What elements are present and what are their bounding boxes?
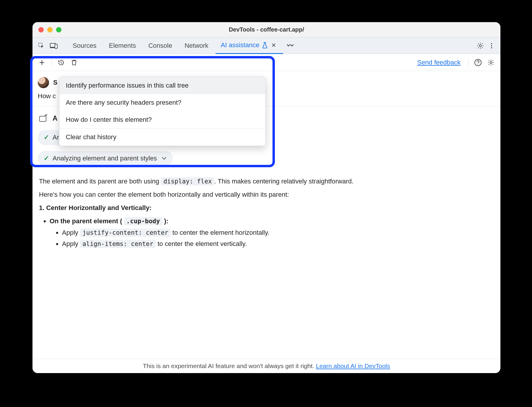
more-tabs-icon[interactable] bbox=[285, 40, 296, 51]
tab-network[interactable]: Network bbox=[179, 37, 214, 54]
settings-gear-icon[interactable] bbox=[475, 40, 486, 51]
list-item: Apply justify-content: center to center … bbox=[62, 228, 494, 237]
svg-rect-10 bbox=[40, 116, 46, 122]
text: to center the element horizontally. bbox=[171, 229, 270, 236]
answer-paragraph: Here's how you can center the element bo… bbox=[39, 190, 494, 199]
svg-point-9 bbox=[490, 61, 492, 63]
answer-label: A bbox=[53, 114, 58, 123]
devtools-window: DevTools - coffee-cart.app/ Sources Elem… bbox=[32, 22, 500, 373]
help-icon[interactable] bbox=[473, 57, 483, 68]
close-window-button[interactable] bbox=[38, 27, 44, 32]
svg-point-3 bbox=[479, 45, 482, 47]
check-icon: ✓ bbox=[44, 133, 49, 142]
flask-icon bbox=[262, 42, 268, 48]
list-item: On the parent element ( .cup-body ): App… bbox=[50, 217, 494, 249]
delete-icon[interactable] bbox=[69, 57, 79, 68]
traffic-lights bbox=[38, 27, 61, 32]
code-inline: .cup-body bbox=[124, 217, 162, 225]
window-title: DevTools - coffee-cart.app/ bbox=[32, 26, 500, 33]
text: On the parent element ( bbox=[50, 217, 124, 225]
titlebar: DevTools - coffee-cart.app/ bbox=[32, 22, 500, 37]
tab-ai-assistance-label: AI assistance bbox=[221, 41, 260, 49]
ai-sparkle-icon bbox=[38, 113, 48, 124]
list-item: Apply align-items: center to center the … bbox=[62, 239, 494, 249]
text: to center the element vertically. bbox=[156, 240, 247, 247]
close-tab-icon[interactable] bbox=[270, 41, 278, 49]
svg-point-6 bbox=[491, 47, 492, 48]
code-inline: display: flex bbox=[161, 177, 214, 186]
svg-point-4 bbox=[491, 43, 492, 44]
new-chat-icon[interactable] bbox=[37, 57, 47, 68]
tab-console-label: Console bbox=[148, 42, 172, 50]
footer-disclaimer: This is an experimental AI feature and w… bbox=[32, 359, 500, 373]
history-item[interactable]: Identify performance issues in this call… bbox=[59, 77, 265, 94]
tab-ai-assistance[interactable]: AI assistance bbox=[216, 37, 283, 54]
clear-history-item[interactable]: Clear chat history bbox=[59, 129, 265, 146]
main-tabs-bar: Sources Elements Console Network AI assi… bbox=[32, 37, 500, 54]
tab-elements-label: Elements bbox=[109, 42, 136, 50]
chevron-down-icon bbox=[161, 157, 167, 160]
code-inline: align-items: center bbox=[80, 240, 156, 248]
status-pill-analyzing-styles[interactable]: ✓ Analyzing element and parent styles bbox=[38, 151, 173, 166]
answer-heading: 1. Center Horizontally and Vertically: bbox=[39, 204, 494, 213]
answer-paragraph: The element and its parent are both usin… bbox=[39, 177, 494, 186]
divider bbox=[51, 58, 52, 67]
device-toggle-icon[interactable] bbox=[48, 40, 59, 51]
maximize-window-button[interactable] bbox=[56, 27, 61, 32]
history-item[interactable]: How do I center this element? bbox=[59, 111, 265, 128]
user-initial: S bbox=[53, 78, 58, 87]
history-icon[interactable] bbox=[56, 57, 66, 68]
panel-settings-icon[interactable] bbox=[486, 57, 496, 68]
send-feedback-link[interactable]: Send feedback bbox=[417, 59, 461, 66]
tab-sources-label: Sources bbox=[73, 42, 97, 50]
tab-console[interactable]: Console bbox=[143, 37, 177, 54]
footer-link[interactable]: Learn about AI in DevTools bbox=[316, 362, 390, 369]
svg-point-5 bbox=[491, 45, 492, 46]
tab-network-label: Network bbox=[185, 42, 208, 50]
text: Apply bbox=[62, 229, 80, 236]
text: Apply bbox=[62, 240, 80, 247]
footer-text: This is an experimental AI feature and w… bbox=[143, 362, 316, 369]
text: The element and its parent are both usin… bbox=[39, 178, 161, 185]
panel-toolbar: Send feedback bbox=[32, 54, 500, 71]
inspect-icon[interactable] bbox=[36, 40, 47, 51]
text: . This makes centering relatively straig… bbox=[214, 178, 354, 185]
minimize-window-button[interactable] bbox=[47, 27, 53, 32]
tab-sources[interactable]: Sources bbox=[67, 37, 102, 54]
answer-body: The element and its parent are both usin… bbox=[32, 169, 500, 256]
history-dropdown: Identify performance issues in this call… bbox=[59, 77, 266, 146]
svg-rect-2 bbox=[55, 44, 57, 48]
avatar bbox=[38, 77, 49, 88]
history-item[interactable]: Are there any security headers present? bbox=[59, 94, 265, 111]
code-inline: justify-content: center bbox=[80, 229, 171, 237]
tab-elements[interactable]: Elements bbox=[104, 37, 141, 54]
text: ): bbox=[162, 217, 169, 225]
pill-label: Analyzing element and parent styles bbox=[53, 154, 157, 163]
divider bbox=[468, 58, 469, 67]
svg-point-8 bbox=[478, 64, 478, 65]
kebab-menu-icon[interactable] bbox=[486, 40, 497, 51]
check-icon: ✓ bbox=[44, 154, 49, 163]
